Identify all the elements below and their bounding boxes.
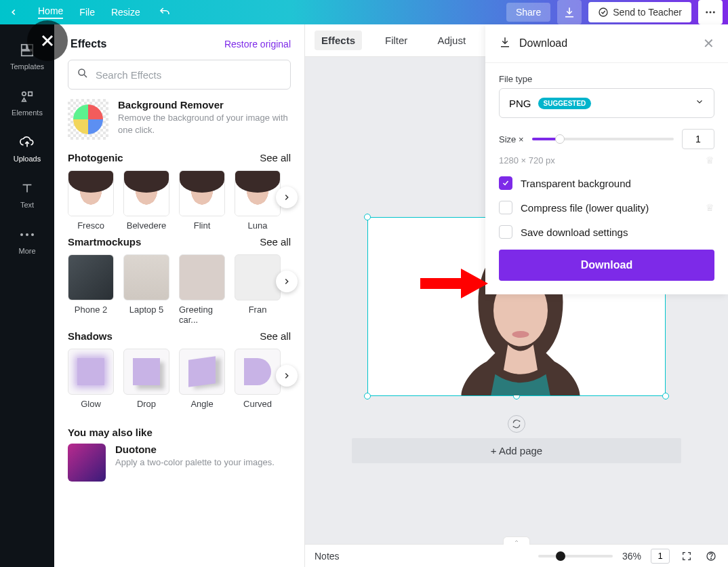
nav-more[interactable]: More: [0, 217, 54, 263]
page-count[interactable]: 1: [651, 549, 670, 564]
size-label: Size ×: [499, 134, 524, 144]
more-button[interactable]: [698, 0, 723, 24]
size-slider[interactable]: [532, 138, 674, 140]
photogenic-item[interactable]: Flint: [179, 170, 225, 231]
resize-handle[interactable]: [364, 214, 371, 220]
suggested-badge: SUGGESTED: [538, 98, 592, 109]
top-bar: Home File Resize Share Send to Teacher: [0, 0, 728, 24]
left-nav: Templates Elements Uploads Text More: [0, 24, 54, 567]
checkbox-icon: [499, 201, 512, 214]
svg-point-0: [599, 8, 607, 16]
shadows-scroll-right[interactable]: [276, 365, 298, 387]
also-like-heading: You may also like: [54, 414, 304, 444]
effects-title: Effects: [70, 38, 106, 50]
checkbox-checked-icon: [499, 176, 512, 190]
duotone-item[interactable]: Duotone Apply a two-color palette to you…: [54, 444, 304, 494]
bottom-bar: Notes 36% 1: [305, 544, 728, 567]
photogenic-see-all[interactable]: See all: [260, 152, 291, 163]
svg-point-11: [79, 69, 85, 75]
notes-button[interactable]: Notes: [315, 551, 340, 562]
smartmockup-item[interactable]: Greeting car...: [179, 254, 225, 325]
photogenic-scroll-right[interactable]: [276, 187, 298, 208]
photogenic-item[interactable]: Luna: [235, 170, 281, 231]
zoom-percent[interactable]: 36%: [622, 551, 641, 562]
restore-original-link[interactable]: Restore original: [224, 39, 291, 50]
smartmockups-see-all[interactable]: See all: [260, 236, 291, 248]
smartmockup-item[interactable]: Laptop 5: [123, 254, 169, 325]
tab-filter[interactable]: Filter: [378, 31, 414, 50]
svg-point-13: [512, 331, 529, 338]
more-icon: [18, 225, 37, 244]
shadows-row: Glow Drop Angle Curved: [54, 349, 304, 414]
smartmockup-item[interactable]: Phone 2: [68, 254, 114, 325]
help-icon[interactable]: [704, 549, 719, 564]
photogenic-item[interactable]: Belvedere: [123, 170, 169, 231]
tab-adjust[interactable]: Adjust: [430, 31, 472, 50]
search-effects-input[interactable]: [68, 60, 291, 90]
shadow-item[interactable]: Glow: [68, 349, 114, 409]
crown-icon: ♕: [706, 155, 714, 165]
transparent-bg-checkbox[interactable]: Transparent background: [499, 176, 714, 190]
share-button[interactable]: Share: [506, 3, 550, 22]
shadow-item[interactable]: Angle: [179, 349, 225, 409]
shadows-heading: Shadows: [68, 330, 113, 342]
nav-elements[interactable]: Elements: [0, 79, 54, 125]
photogenic-heading: Photogenic: [68, 152, 123, 163]
file-type-label: File type: [499, 74, 714, 84]
download-title: Download: [519, 37, 567, 50]
checkbox-icon: [499, 225, 512, 239]
resize-handle[interactable]: [364, 393, 371, 399]
nav-resize[interactable]: Resize: [111, 7, 140, 18]
download-icon: [499, 36, 511, 51]
elements-icon: [18, 87, 37, 106]
smartmockup-item[interactable]: Fran: [235, 254, 281, 325]
shadows-see-all[interactable]: See all: [260, 330, 291, 342]
close-overlay-button[interactable]: [27, 20, 68, 61]
background-remover-item[interactable]: Background Remover Remove the background…: [54, 99, 304, 152]
svg-point-2: [710, 12, 712, 14]
svg-point-7: [22, 92, 26, 96]
add-page-button[interactable]: + Add page: [352, 438, 681, 463]
expand-pages-handle[interactable]: [503, 536, 530, 545]
resize-handle[interactable]: [662, 393, 669, 399]
crown-icon: ♕: [706, 202, 714, 213]
text-icon: [18, 179, 37, 198]
chevron-down-icon: [695, 97, 704, 109]
compress-file-checkbox[interactable]: Compress file (lower quality) ♕: [499, 201, 714, 214]
uploads-icon: [18, 133, 37, 152]
bg-remover-icon: [68, 99, 108, 140]
photogenic-item[interactable]: Fresco: [68, 170, 114, 231]
search-icon: [77, 67, 89, 82]
download-icon-button[interactable]: [557, 0, 582, 24]
dimensions-text: 1280 × 720 px: [499, 155, 555, 165]
download-button[interactable]: Download: [499, 250, 714, 281]
smartmockups-row: Phone 2 Laptop 5 Greeting car... Fran: [54, 254, 304, 330]
effects-panel: Effects Restore original Background Remo…: [54, 24, 305, 567]
fullscreen-icon[interactable]: [679, 549, 694, 564]
svg-point-10: [31, 233, 34, 236]
undo-icon[interactable]: [157, 4, 173, 20]
nav-uploads[interactable]: Uploads: [0, 125, 54, 171]
smartmockups-scroll-right[interactable]: [276, 271, 298, 292]
svg-point-9: [26, 233, 28, 236]
size-input[interactable]: [682, 129, 714, 149]
save-settings-checkbox[interactable]: Save download settings: [499, 225, 714, 239]
tab-effects[interactable]: Effects: [315, 31, 362, 50]
svg-point-3: [713, 12, 715, 14]
shadow-item[interactable]: Drop: [123, 349, 169, 409]
svg-point-16: [710, 558, 711, 558]
shadow-item[interactable]: Curved: [235, 349, 281, 409]
close-icon[interactable]: ✕: [703, 35, 714, 52]
smartmockups-heading: Smartmockups: [68, 236, 141, 248]
svg-point-8: [20, 233, 23, 236]
duotone-icon: [68, 444, 106, 482]
file-type-select[interactable]: PNG SUGGESTED: [499, 88, 714, 118]
send-to-teacher-button[interactable]: Send to Teacher: [588, 2, 691, 22]
sync-icon[interactable]: [508, 415, 525, 433]
nav-text[interactable]: Text: [0, 171, 54, 217]
back-icon[interactable]: [5, 4, 22, 20]
send-to-teacher-label: Send to Teacher: [613, 7, 682, 18]
nav-home[interactable]: Home: [38, 5, 63, 19]
zoom-slider[interactable]: [538, 555, 613, 558]
nav-file[interactable]: File: [79, 7, 95, 18]
